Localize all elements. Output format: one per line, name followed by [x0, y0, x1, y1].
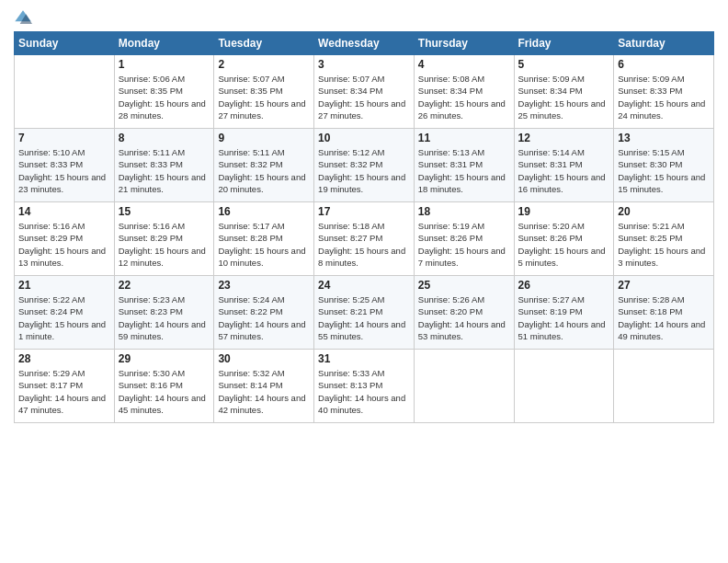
- logo-icon: [14, 9, 32, 28]
- calendar-cell: 23Sunrise: 5:24 AMSunset: 8:22 PMDayligh…: [214, 276, 314, 350]
- day-number: 15: [119, 205, 210, 218]
- calendar-cell: [514, 350, 614, 423]
- cell-info: Sunrise: 5:23 AMSunset: 8:23 PMDaylight:…: [119, 294, 206, 341]
- day-number: 14: [18, 205, 110, 218]
- day-number: 1: [119, 58, 210, 71]
- calendar-cell: 13Sunrise: 5:15 AMSunset: 8:30 PMDayligh…: [614, 129, 714, 202]
- day-number: 26: [518, 279, 610, 292]
- calendar-cell: 18Sunrise: 5:19 AMSunset: 8:26 PMDayligh…: [414, 202, 514, 276]
- cell-info: Sunrise: 5:33 AMSunset: 8:13 PMDaylight:…: [318, 368, 405, 415]
- cell-info: Sunrise: 5:27 AMSunset: 8:19 PMDaylight:…: [518, 294, 606, 341]
- calendar-cell: 30Sunrise: 5:32 AMSunset: 8:14 PMDayligh…: [214, 350, 314, 423]
- calendar-week-0: 1Sunrise: 5:06 AMSunset: 8:35 PMDaylight…: [15, 55, 714, 129]
- calendar-cell: 24Sunrise: 5:25 AMSunset: 8:21 PMDayligh…: [314, 276, 415, 350]
- cell-info: Sunrise: 5:07 AMSunset: 8:35 PMDaylight:…: [218, 74, 305, 121]
- calendar-cell: 17Sunrise: 5:18 AMSunset: 8:27 PMDayligh…: [314, 202, 415, 276]
- cell-info: Sunrise: 5:14 AMSunset: 8:31 PMDaylight:…: [518, 147, 606, 194]
- calendar-cell: 7Sunrise: 5:10 AMSunset: 8:33 PMDaylight…: [15, 129, 115, 202]
- calendar-cell: 29Sunrise: 5:30 AMSunset: 8:16 PMDayligh…: [114, 350, 214, 423]
- calendar-cell: 16Sunrise: 5:17 AMSunset: 8:28 PMDayligh…: [214, 202, 314, 276]
- calendar-cell: 26Sunrise: 5:27 AMSunset: 8:19 PMDayligh…: [514, 276, 614, 350]
- cell-info: Sunrise: 5:06 AMSunset: 8:35 PMDaylight:…: [119, 74, 206, 121]
- day-number: 10: [318, 132, 410, 144]
- logo: [14, 9, 34, 28]
- day-number: 18: [418, 205, 510, 218]
- day-number: 3: [318, 58, 410, 71]
- calendar-cell: 27Sunrise: 5:28 AMSunset: 8:18 PMDayligh…: [614, 276, 714, 350]
- day-number: 12: [518, 132, 610, 144]
- cell-info: Sunrise: 5:32 AMSunset: 8:14 PMDaylight:…: [218, 368, 305, 415]
- weekday-header-saturday: Saturday: [614, 32, 714, 55]
- cell-info: Sunrise: 5:19 AMSunset: 8:26 PMDaylight:…: [418, 221, 506, 268]
- calendar-cell: 1Sunrise: 5:06 AMSunset: 8:35 PMDaylight…: [114, 55, 214, 129]
- day-number: 21: [18, 279, 110, 292]
- calendar-cell: 9Sunrise: 5:11 AMSunset: 8:32 PMDaylight…: [214, 129, 314, 202]
- cell-info: Sunrise: 5:09 AMSunset: 8:33 PMDaylight:…: [618, 74, 705, 121]
- day-number: 20: [618, 205, 710, 218]
- calendar-cell: 20Sunrise: 5:21 AMSunset: 8:25 PMDayligh…: [614, 202, 714, 276]
- day-number: 2: [218, 58, 310, 71]
- calendar-cell: [614, 350, 714, 423]
- day-number: 13: [618, 132, 710, 144]
- calendar-cell: 11Sunrise: 5:13 AMSunset: 8:31 PMDayligh…: [414, 129, 514, 202]
- cell-info: Sunrise: 5:26 AMSunset: 8:20 PMDaylight:…: [418, 294, 506, 341]
- day-number: 22: [119, 279, 210, 292]
- calendar-cell: 28Sunrise: 5:29 AMSunset: 8:17 PMDayligh…: [15, 350, 115, 423]
- cell-info: Sunrise: 5:21 AMSunset: 8:25 PMDaylight:…: [618, 221, 705, 268]
- day-number: 6: [618, 58, 710, 71]
- cell-info: Sunrise: 5:12 AMSunset: 8:32 PMDaylight:…: [318, 147, 405, 194]
- calendar-cell: 21Sunrise: 5:22 AMSunset: 8:24 PMDayligh…: [15, 276, 115, 350]
- day-number: 4: [418, 58, 510, 71]
- cell-info: Sunrise: 5:20 AMSunset: 8:26 PMDaylight:…: [518, 221, 606, 268]
- cell-info: Sunrise: 5:24 AMSunset: 8:22 PMDaylight:…: [218, 294, 305, 341]
- calendar-cell: 4Sunrise: 5:08 AMSunset: 8:34 PMDaylight…: [414, 55, 514, 129]
- calendar-cell: [414, 350, 514, 423]
- cell-info: Sunrise: 5:13 AMSunset: 8:31 PMDaylight:…: [418, 147, 506, 194]
- day-number: 5: [518, 58, 610, 71]
- calendar-cell: [15, 55, 115, 129]
- cell-info: Sunrise: 5:16 AMSunset: 8:29 PMDaylight:…: [18, 221, 106, 268]
- cell-info: Sunrise: 5:18 AMSunset: 8:27 PMDaylight:…: [318, 221, 405, 268]
- calendar-week-2: 14Sunrise: 5:16 AMSunset: 8:29 PMDayligh…: [15, 202, 714, 276]
- cell-info: Sunrise: 5:08 AMSunset: 8:34 PMDaylight:…: [418, 74, 506, 121]
- day-number: 9: [218, 132, 310, 144]
- day-number: 31: [318, 352, 410, 365]
- cell-info: Sunrise: 5:15 AMSunset: 8:30 PMDaylight:…: [618, 147, 705, 194]
- cell-info: Sunrise: 5:10 AMSunset: 8:33 PMDaylight:…: [18, 147, 106, 194]
- calendar-cell: 15Sunrise: 5:16 AMSunset: 8:29 PMDayligh…: [114, 202, 214, 276]
- day-number: 23: [218, 279, 310, 292]
- calendar-cell: 12Sunrise: 5:14 AMSunset: 8:31 PMDayligh…: [514, 129, 614, 202]
- day-number: 27: [618, 279, 710, 292]
- calendar-cell: 6Sunrise: 5:09 AMSunset: 8:33 PMDaylight…: [614, 55, 714, 129]
- day-number: 17: [318, 205, 410, 218]
- calendar-week-1: 7Sunrise: 5:10 AMSunset: 8:33 PMDaylight…: [15, 129, 714, 202]
- weekday-header-tuesday: Tuesday: [214, 32, 314, 55]
- calendar-table: SundayMondayTuesdayWednesdayThursdayFrid…: [14, 31, 714, 423]
- header: [14, 9, 714, 28]
- weekday-header-friday: Friday: [514, 32, 614, 55]
- day-number: 19: [518, 205, 610, 218]
- cell-info: Sunrise: 5:17 AMSunset: 8:28 PMDaylight:…: [218, 221, 305, 268]
- cell-info: Sunrise: 5:09 AMSunset: 8:34 PMDaylight:…: [518, 74, 606, 121]
- day-number: 8: [119, 132, 210, 144]
- weekday-header-monday: Monday: [114, 32, 214, 55]
- calendar-week-3: 21Sunrise: 5:22 AMSunset: 8:24 PMDayligh…: [15, 276, 714, 350]
- calendar-cell: 14Sunrise: 5:16 AMSunset: 8:29 PMDayligh…: [15, 202, 115, 276]
- calendar-cell: 25Sunrise: 5:26 AMSunset: 8:20 PMDayligh…: [414, 276, 514, 350]
- cell-info: Sunrise: 5:22 AMSunset: 8:24 PMDaylight:…: [18, 294, 106, 341]
- day-number: 11: [418, 132, 510, 144]
- day-number: 16: [218, 205, 310, 218]
- calendar-cell: 19Sunrise: 5:20 AMSunset: 8:26 PMDayligh…: [514, 202, 614, 276]
- weekday-header-thursday: Thursday: [414, 32, 514, 55]
- calendar-cell: 31Sunrise: 5:33 AMSunset: 8:13 PMDayligh…: [314, 350, 415, 423]
- day-number: 30: [218, 352, 310, 365]
- day-number: 25: [418, 279, 510, 292]
- calendar-cell: 10Sunrise: 5:12 AMSunset: 8:32 PMDayligh…: [314, 129, 415, 202]
- calendar-cell: 3Sunrise: 5:07 AMSunset: 8:34 PMDaylight…: [314, 55, 415, 129]
- day-number: 28: [18, 352, 110, 365]
- cell-info: Sunrise: 5:07 AMSunset: 8:34 PMDaylight:…: [318, 74, 405, 121]
- cell-info: Sunrise: 5:16 AMSunset: 8:29 PMDaylight:…: [119, 221, 206, 268]
- calendar-week-4: 28Sunrise: 5:29 AMSunset: 8:17 PMDayligh…: [15, 350, 714, 423]
- cell-info: Sunrise: 5:25 AMSunset: 8:21 PMDaylight:…: [318, 294, 405, 341]
- calendar-cell: 22Sunrise: 5:23 AMSunset: 8:23 PMDayligh…: [114, 276, 214, 350]
